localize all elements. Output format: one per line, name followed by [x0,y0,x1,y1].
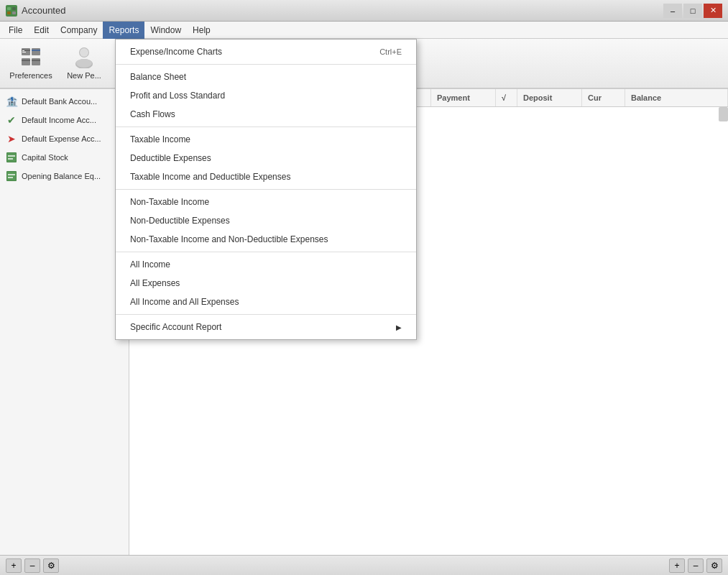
opening-balance-icon [6,170,17,182]
minimize-button[interactable]: – [663,4,682,18]
menu-non-deductible-expenses[interactable]: Non-Deductible Expenses [116,211,416,230]
expense-icon: ➤ [6,133,17,144]
sidebar-item-default-income[interactable]: ✔ Default Income Acc... [0,111,129,129]
svg-rect-32 [7,172,16,180]
svg-rect-13 [22,52,26,52]
menu-item-label: Taxable Income and Deductible Expenses [130,172,290,182]
menu-all-expenses[interactable]: All Expenses [116,274,416,293]
new-person-button[interactable]: New Pe... [59,42,109,85]
svg-rect-11 [32,60,40,61]
title-bar: Accounted – □ ✕ [0,0,728,22]
new-person-label: New Pe... [67,71,101,80]
menu-taxable-income[interactable]: Taxable Income [116,130,416,149]
menu-balance-sheet[interactable]: Balance Sheet [116,68,416,86]
menu-taxable-deductible[interactable]: Taxable Income and Deductible Expenses [116,167,416,186]
remove-right-button[interactable]: – [688,558,704,573]
menu-specific-account[interactable]: Specific Account Report ▶ [116,318,416,336]
svg-rect-34 [8,177,13,178]
col-header-payment: Payment [431,89,496,106]
remove-item-button[interactable]: – [24,558,40,573]
svg-rect-7 [32,50,40,51]
app-icon [6,5,17,17]
svg-point-17 [76,59,92,68]
svg-rect-30 [8,158,13,160]
sidebar-item-capital-stock[interactable]: Capital Stock [0,148,129,167]
sidebar-item-expense-label: Default Expense Acc... [22,134,101,143]
scrollbar-thumb[interactable] [719,107,728,121]
title-bar-left: Accounted [6,5,65,17]
status-bar-left: + – ⚙ [6,558,59,573]
sidebar-item-default-bank[interactable]: 🏦 Default Bank Accou... [0,92,129,111]
settings-right-button[interactable]: ⚙ [706,558,722,573]
menu-item-label: Expense/Income Charts [130,47,222,57]
preferences-icon [19,45,42,68]
menu-item-label: All Expenses [130,278,180,288]
menu-item-label: All Income [130,259,170,270]
add-item-button[interactable]: + [6,558,22,573]
sidebar: 🏦 Default Bank Accou... ✔ Default Income… [0,89,129,555]
status-bar-right: + – ⚙ [669,558,722,573]
menu-edit[interactable]: Edit [28,22,55,39]
menu-bar: File Edit Company Reports Window Help [0,22,728,39]
svg-rect-29 [8,155,15,157]
menu-separator-4 [116,252,416,252]
menu-item-label: Cash Flows [130,109,175,119]
svg-rect-8 [22,58,30,65]
svg-rect-0 [7,7,11,10]
col-header-check: √ [496,89,517,106]
menu-all-income-expenses[interactable]: All Income and All Expenses [116,293,416,311]
col-header-cur: Cur [582,89,625,106]
settings-item-button[interactable]: ⚙ [43,558,59,573]
maximize-button[interactable]: □ [683,4,702,18]
svg-rect-33 [8,174,15,175]
income-icon: ✔ [6,114,17,126]
menu-separator-3 [116,189,416,190]
col-header-balance: Balance [625,89,728,106]
menu-item-label: Deductible Expenses [130,153,211,163]
menu-separator-2 [116,126,416,127]
sidebar-item-capital-label: Capital Stock [22,153,68,162]
menu-all-income[interactable]: All Income [116,255,416,274]
sidebar-item-income-label: Default Income Acc... [22,116,96,124]
sidebar-item-bank-label: Default Bank Accou... [22,97,97,106]
sidebar-item-opening-balance-label: Opening Balance Eq... [22,172,101,180]
window-controls: – □ ✕ [663,4,722,18]
app-title: Accounted [22,5,65,16]
sidebar-item-opening-balance[interactable]: Opening Balance Eq... [0,167,129,185]
menu-expense-income-charts[interactable]: Expense/Income Charts Ctrl+E [116,42,416,61]
menu-item-label: Balance Sheet [130,72,186,82]
svg-rect-12 [22,50,24,51]
menu-item-label: All Income and All Expenses [130,297,239,307]
sidebar-item-default-expense[interactable]: ➤ Default Expense Acc... [0,129,129,148]
menu-non-taxable-non-deductible[interactable]: Non-Taxable Income and Non-Deductible Ex… [116,230,416,249]
menu-window[interactable]: Window [144,22,187,39]
capital-icon [6,152,17,163]
menu-item-shortcut: Ctrl+E [379,47,402,56]
menu-item-label: Profit and Loss Standard [130,91,225,101]
reports-dropdown-menu: Expense/Income Charts Ctrl+E Balance She… [115,39,417,340]
menu-deductible-expenses[interactable]: Deductible Expenses [116,149,416,167]
menu-file[interactable]: File [3,22,28,39]
menu-item-label: Non-Deductible Expenses [130,216,230,226]
menu-item-label: Non-Taxable Income [130,197,209,207]
menu-company[interactable]: Company [55,22,103,39]
svg-rect-10 [32,58,40,65]
svg-rect-2 [12,7,16,10]
menu-item-label: Specific Account Report [130,322,221,332]
close-button[interactable]: ✕ [704,4,722,18]
preferences-button[interactable]: Preferences [6,42,56,85]
menu-non-taxable-income[interactable]: Non-Taxable Income [116,193,416,211]
menu-item-label: Taxable Income [130,134,190,144]
menu-help[interactable]: Help [187,22,216,39]
add-right-button[interactable]: + [669,558,685,573]
svg-point-16 [80,48,88,57]
svg-rect-6 [32,48,40,55]
svg-rect-3 [12,12,16,14]
menu-cash-flows[interactable]: Cash Flows [116,105,416,124]
svg-rect-1 [7,12,11,14]
menu-reports[interactable]: Reports [103,22,144,39]
status-bar: + – ⚙ + – ⚙ [0,555,728,575]
new-person-icon [73,45,96,68]
menu-profit-loss[interactable]: Profit and Loss Standard [116,86,416,105]
svg-rect-28 [7,153,16,162]
